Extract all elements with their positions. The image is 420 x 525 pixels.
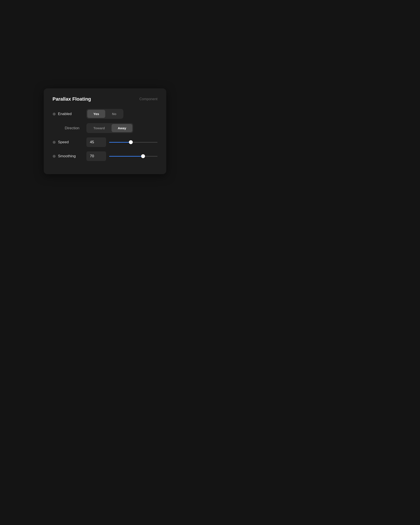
speed-row: ⊕ Speed — [53, 137, 158, 147]
parallax-panel: Parallax Floating Component ⊕ Enabled Ye… — [44, 88, 166, 174]
enabled-toggle-group: Yes No — [86, 109, 123, 119]
smoothing-label-group: ⊕ Smoothing — [53, 154, 86, 158]
direction-controls: Toward Away — [86, 123, 158, 133]
smoothing-input[interactable] — [86, 151, 106, 161]
direction-label: Direction — [59, 126, 79, 130]
direction-row: Direction Toward Away — [53, 123, 158, 133]
speed-input[interactable] — [86, 137, 106, 147]
speed-label-group: ⊕ Speed — [53, 140, 86, 144]
enabled-no-button[interactable]: No — [106, 110, 122, 118]
panel-subtitle: Component — [139, 97, 158, 101]
smoothing-label: Smoothing — [58, 154, 76, 158]
smoothing-slider-thumb[interactable] — [141, 154, 145, 158]
speed-expand-icon[interactable]: ⊕ — [53, 140, 56, 144]
enabled-controls: Yes No — [86, 109, 158, 119]
enabled-expand-icon[interactable]: ⊕ — [53, 112, 56, 116]
smoothing-row: ⊕ Smoothing — [53, 151, 158, 161]
speed-slider-track — [109, 142, 158, 143]
direction-away-button[interactable]: Away — [112, 124, 132, 132]
direction-toward-button[interactable]: Toward — [87, 124, 111, 132]
speed-slider-fill — [109, 142, 131, 143]
enabled-row: ⊕ Enabled Yes No — [53, 109, 158, 119]
smoothing-slider-track — [109, 156, 158, 157]
panel-title: Parallax Floating — [53, 96, 91, 102]
panel-header: Parallax Floating Component — [53, 96, 158, 102]
speed-slider-container[interactable] — [109, 140, 158, 144]
smoothing-slider-container[interactable] — [109, 154, 158, 158]
enabled-label: Enabled — [58, 112, 72, 116]
direction-label-group: Direction — [53, 126, 86, 130]
speed-slider-thumb[interactable] — [129, 140, 133, 144]
direction-toggle-group: Toward Away — [86, 123, 133, 133]
speed-controls — [86, 137, 158, 147]
smoothing-slider-fill — [109, 156, 143, 157]
smoothing-controls — [86, 151, 158, 161]
enabled-label-group: ⊕ Enabled — [53, 112, 86, 116]
speed-label: Speed — [58, 140, 69, 144]
smoothing-expand-icon[interactable]: ⊕ — [53, 154, 56, 158]
enabled-yes-button[interactable]: Yes — [87, 110, 105, 118]
